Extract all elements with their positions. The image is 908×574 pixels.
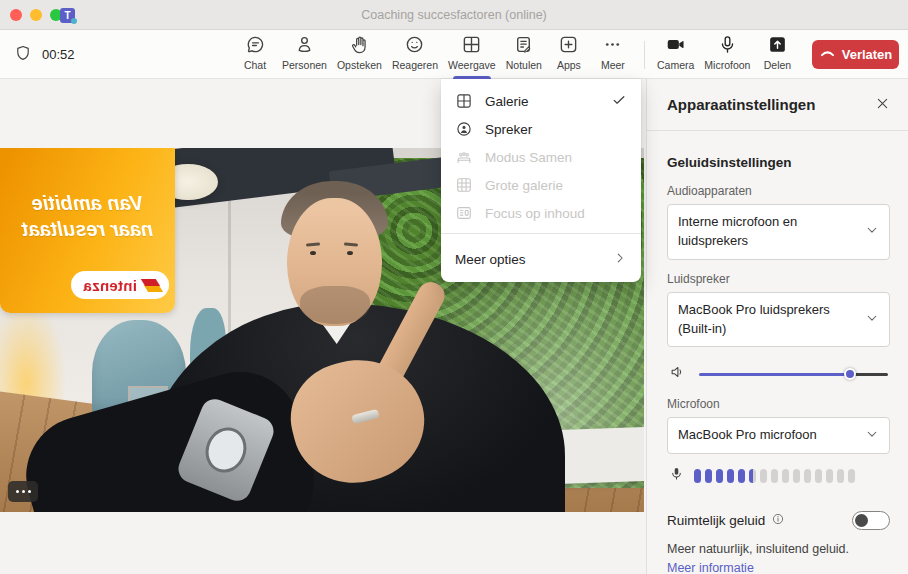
intenza-wordmark: intenza xyxy=(83,277,137,294)
person-eye xyxy=(347,251,353,255)
intenza-banner: Van ambitie naar resultaat intenza xyxy=(0,148,175,313)
mic-level-bar xyxy=(771,469,778,483)
more-button[interactable]: Meer xyxy=(591,30,635,79)
mic-level-row xyxy=(669,466,888,485)
volume-row xyxy=(669,363,888,385)
spatial-audio-label: Ruimtelijk geluid xyxy=(667,513,765,528)
chat-icon xyxy=(245,34,266,58)
mic-level-bar xyxy=(727,469,734,483)
meeting-status: 00:52 xyxy=(14,30,75,79)
mic-level-bar xyxy=(694,469,701,483)
view-button[interactable]: Weergave xyxy=(443,30,501,79)
chat-button[interactable]: Chat xyxy=(233,30,277,79)
menu-item-large-gallery: Grote galerie xyxy=(441,171,641,199)
tile-overflow-button[interactable] xyxy=(8,481,38,502)
person-stubble xyxy=(300,286,370,324)
close-panel-button[interactable] xyxy=(873,94,892,116)
mic-level-meter xyxy=(694,469,855,483)
menu-item-focus-content: Focus op inhoud xyxy=(441,199,641,227)
ellipsis-icon xyxy=(16,490,19,493)
mic-level-bar xyxy=(804,469,811,483)
toolbar-nav: Chat Personen Opsteken Reageren Weergave… xyxy=(233,30,635,79)
camera-icon xyxy=(665,34,686,58)
mic-level-bar xyxy=(793,469,800,483)
spatial-audio-toggle[interactable] xyxy=(852,511,890,530)
titlebar: T Coaching succesfactoren (online) xyxy=(0,0,908,30)
meeting-toolbar: 00:52 Chat Personen Opsteken Reageren We… xyxy=(0,30,908,79)
audio-devices-label: Audioapparaten xyxy=(667,184,890,198)
mic-level-bar xyxy=(716,469,723,483)
banner-mirrored-content: Van ambitie naar resultaat intenza xyxy=(0,148,175,313)
mic-level-icon xyxy=(669,466,684,485)
large-gallery-icon xyxy=(455,176,473,194)
banner-slogan: Van ambitie naar resultaat xyxy=(0,190,175,242)
apps-button[interactable]: Apps xyxy=(547,30,591,79)
chevron-right-icon xyxy=(613,251,627,268)
chevron-down-icon xyxy=(865,223,879,241)
gallery-icon xyxy=(455,92,473,110)
leave-button[interactable]: Verlaten xyxy=(812,40,899,69)
people-icon xyxy=(294,34,315,58)
intenza-logo-pill: intenza xyxy=(71,271,169,299)
person-eye xyxy=(310,251,316,255)
spatial-audio-description: Meer natuurlijk, insluitend geluid. Meer… xyxy=(667,540,877,574)
speaker-view-icon xyxy=(455,120,473,138)
shield-icon xyxy=(14,44,32,66)
volume-icon xyxy=(669,363,687,385)
view-grid-icon xyxy=(461,34,482,58)
microphone-label: Microfoon xyxy=(667,397,890,411)
sound-settings-title: Geluidsinstellingen xyxy=(667,155,890,170)
panel-header: Apparaatinstellingen xyxy=(647,79,908,130)
chevron-down-icon xyxy=(865,427,879,445)
window-title: Coaching succesfactoren (online) xyxy=(0,0,908,30)
menu-divider xyxy=(441,233,641,234)
together-mode-icon xyxy=(455,148,473,166)
mic-level-bar xyxy=(749,469,756,483)
hangup-phone-icon xyxy=(819,46,836,63)
spatial-audio-row: Ruimtelijk geluid xyxy=(667,511,890,530)
raise-hand-button[interactable]: Opsteken xyxy=(332,30,387,79)
more-info-link[interactable]: Meer informatie xyxy=(667,561,754,574)
intenza-swoosh-icon xyxy=(143,279,161,292)
device-settings-panel: Apparaatinstellingen Geluidsinstellingen… xyxy=(646,79,908,574)
mic-level-bar xyxy=(848,469,855,483)
audio-devices-select[interactable]: Interne microfoon en luidsprekers xyxy=(667,204,890,260)
volume-slider-fill xyxy=(699,373,850,376)
volume-slider-thumb[interactable] xyxy=(844,368,856,380)
microphone-select[interactable]: MacBook Pro microfoon xyxy=(667,417,890,454)
toolbar-devices: Camera Microfoon Delen xyxy=(652,30,799,79)
react-button[interactable]: Reageren xyxy=(387,30,443,79)
mic-level-bar xyxy=(760,469,767,483)
toolbar-divider xyxy=(644,41,645,69)
toggle-knob xyxy=(855,514,868,527)
menu-item-gallery[interactable]: Galerie xyxy=(441,87,641,115)
people-button[interactable]: Personen xyxy=(277,30,332,79)
react-smiley-icon xyxy=(404,34,425,58)
info-icon[interactable] xyxy=(771,512,785,529)
camera-button[interactable]: Camera xyxy=(652,30,699,79)
mic-level-bar xyxy=(826,469,833,483)
more-dots-icon xyxy=(602,34,623,58)
chevron-down-icon xyxy=(865,311,879,329)
microphone-button[interactable]: Microfoon xyxy=(699,30,755,79)
view-dropdown-menu: Galerie Spreker Modus Samen Grote galeri… xyxy=(441,79,641,282)
mic-level-bar xyxy=(705,469,712,483)
notes-icon xyxy=(513,34,534,58)
mic-level-bar xyxy=(738,469,745,483)
share-button[interactable]: Delen xyxy=(755,30,799,79)
microphone-icon xyxy=(717,34,738,58)
ellipsis-icon xyxy=(22,490,25,493)
teams-meeting-window: T Coaching succesfactoren (online) 00:52… xyxy=(0,0,908,574)
speaker-select[interactable]: MacBook Pro luidsprekers (Built-in) xyxy=(667,292,890,348)
panel-title: Apparaatinstellingen xyxy=(667,96,873,113)
menu-item-more-options[interactable]: Meer opties xyxy=(441,240,641,278)
menu-item-speaker[interactable]: Spreker xyxy=(441,115,641,143)
mic-level-bar xyxy=(815,469,822,483)
raise-hand-icon xyxy=(349,34,370,58)
menu-item-together-mode: Modus Samen xyxy=(441,143,641,171)
notes-button[interactable]: Notulen xyxy=(501,30,547,79)
mic-level-bar xyxy=(782,469,789,483)
volume-slider[interactable] xyxy=(699,367,888,381)
speaker-label: Luidspreker xyxy=(667,272,890,286)
share-screen-icon xyxy=(767,34,788,58)
